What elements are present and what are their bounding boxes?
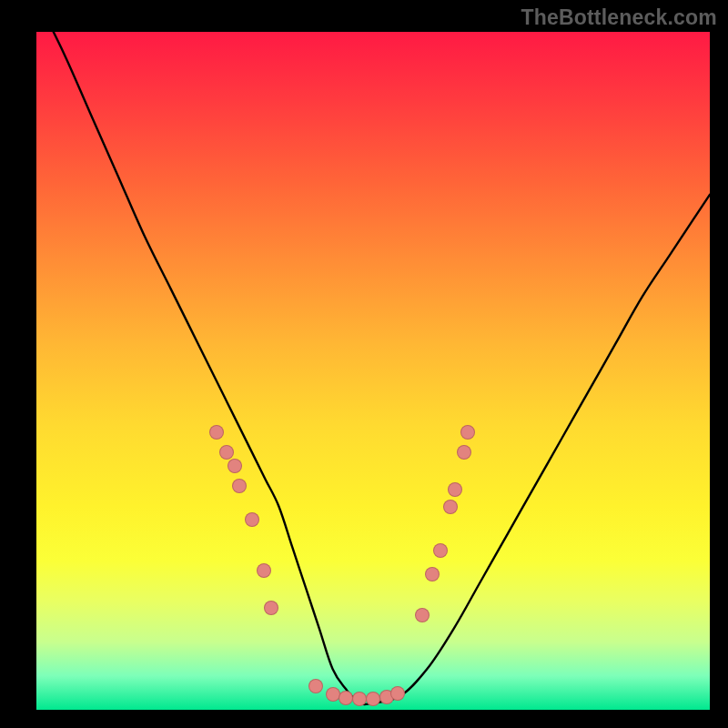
data-marker (448, 482, 462, 497)
data-marker (443, 500, 458, 514)
data-marker (339, 691, 353, 705)
data-marker (228, 459, 242, 473)
marker-layer (36, 32, 710, 710)
data-marker (209, 425, 224, 440)
watermark-text: TheBottleneck.com (521, 5, 717, 30)
data-marker (352, 692, 367, 706)
data-marker (425, 567, 440, 581)
data-marker (308, 679, 323, 693)
data-marker (390, 686, 405, 701)
data-marker (245, 512, 259, 527)
data-marker (219, 445, 234, 460)
data-marker (457, 445, 471, 460)
chart-frame: TheBottleneck.com (0, 0, 728, 728)
data-marker (460, 425, 475, 440)
data-marker (366, 692, 380, 706)
data-marker (232, 479, 247, 493)
data-marker (264, 601, 278, 615)
data-marker (433, 543, 448, 558)
data-marker (257, 563, 271, 578)
plot-area (36, 32, 710, 710)
data-marker (326, 687, 340, 702)
data-marker (415, 608, 430, 622)
